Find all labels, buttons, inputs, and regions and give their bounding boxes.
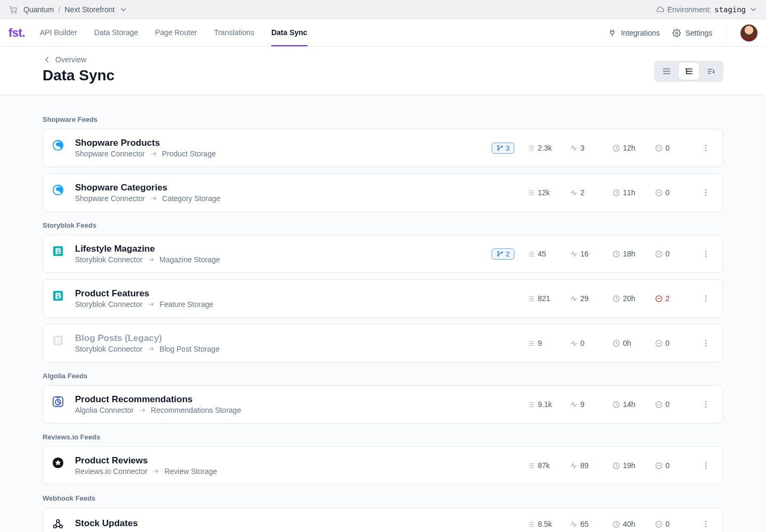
stat-age: 11h [612, 188, 642, 197]
stat-activity: 0 [570, 339, 600, 347]
reviewsio-icon [52, 456, 64, 469]
view-sort-button[interactable] [701, 63, 721, 80]
feed-title: Stock Updates [75, 518, 514, 529]
feed-route: Storyblok ConnectorBlog Post Storage [75, 345, 514, 353]
project-name: Next Storefront [64, 5, 114, 14]
branch-badge[interactable]: 2 [492, 248, 514, 260]
stat-records: 2.3k [527, 144, 557, 152]
stat-age: 20h [612, 294, 642, 303]
stat-errors: 0 [655, 188, 685, 197]
view-list-button[interactable] [656, 63, 677, 80]
group-title: Storyblok Feeds [43, 221, 723, 229]
feed-card[interactable]: Shopware ProductsShopware ConnectorProdu… [43, 129, 723, 167]
nav-settings[interactable]: Settings [672, 29, 712, 37]
stat-age: 19h [612, 461, 642, 470]
feed-card[interactable]: Lifestyle MagazineStoryblok ConnectorMag… [43, 235, 723, 273]
feed-title: Shopware Categories [75, 182, 514, 193]
stat-records: 45 [527, 250, 557, 258]
feed-route: Algolia ConnectorRecommendations Storage [75, 406, 514, 414]
env-label: Environment: [668, 5, 711, 14]
feed-route: Storyblok ConnectorFeature Storage [75, 300, 514, 309]
algolia-icon [52, 395, 64, 408]
feed-card[interactable]: Product RecommendationsAlgolia Connector… [43, 385, 723, 423]
feed-card[interactable]: Shopware CategoriesShopware ConnectorCat… [43, 173, 723, 212]
feed-title: Lifestyle Magazine [75, 244, 486, 254]
stat-activity: 2 [570, 188, 600, 197]
shopware-icon [52, 139, 64, 152]
more-button[interactable] [700, 458, 712, 473]
feed-card[interactable]: Product FeaturesStoryblok ConnectorFeatu… [43, 279, 723, 318]
feed-title: Product Recommendations [75, 394, 514, 405]
nav-tab-data-sync[interactable]: Data Sync [271, 19, 307, 46]
stat-errors: 2 [655, 294, 685, 303]
more-button[interactable] [700, 291, 712, 306]
project-breadcrumb[interactable]: Quantum / Next Storefront [23, 5, 128, 14]
stat-activity: 3 [570, 144, 600, 152]
stat-age: 0h [612, 339, 642, 347]
stat-age: 12h [612, 144, 642, 152]
stat-activity: 9 [570, 400, 600, 409]
breadcrumb-back[interactable]: Overview [43, 55, 114, 64]
stat-records: 9 [527, 339, 557, 347]
feed-route: Reviews.io ConnectorReview Storage [75, 467, 514, 476]
page-title: Data Sync [43, 67, 114, 84]
more-button[interactable] [700, 140, 712, 155]
feed-card[interactable]: Blog Posts (Legacy)Storyblok ConnectorBl… [43, 324, 723, 362]
more-button[interactable] [700, 397, 712, 412]
stat-errors: 0 [655, 520, 685, 528]
stat-activity: 65 [570, 520, 600, 528]
feed-title: Product Reviews [75, 455, 514, 466]
group-title: Algolia Feeds [43, 372, 723, 380]
stat-records: 821 [527, 294, 557, 303]
group-title: Webhook Feeds [43, 494, 723, 502]
gear-icon [672, 29, 681, 37]
more-button[interactable] [700, 185, 712, 200]
webhook-icon [52, 518, 64, 530]
environment-switcher[interactable]: Environment: staging [656, 5, 758, 14]
shopware-icon [52, 184, 64, 196]
stat-records: 12k [527, 188, 557, 197]
feed-route: Storyblok ConnectorMagazine Storage [75, 255, 486, 264]
stat-records: 87k [527, 461, 557, 470]
plug-icon [608, 29, 617, 37]
group-title: Reviews.io Feeds [43, 433, 723, 441]
stat-errors: 0 [655, 250, 685, 258]
cart-icon [9, 5, 18, 14]
more-button[interactable] [700, 517, 712, 531]
cloud-icon [656, 5, 664, 14]
feed-card[interactable]: Stock Updates8.5k6540h0 [43, 508, 723, 532]
nav-integrations[interactable]: Integrations [608, 29, 660, 37]
feed-route: Shopware ConnectorProduct Storage [75, 149, 486, 158]
group-title: Shopware Feeds [43, 115, 723, 123]
avatar[interactable] [740, 24, 757, 41]
stat-activity: 16 [570, 250, 600, 258]
stat-records: 9.1k [527, 400, 557, 409]
nav-tab-api-builder[interactable]: API Builder [40, 19, 77, 46]
more-button[interactable] [700, 336, 712, 351]
branch-badge[interactable]: 3 [492, 143, 514, 154]
stat-errors: 0 [655, 461, 685, 470]
nav-tab-page-router[interactable]: Page Router [155, 19, 197, 46]
storyblok-icon [52, 289, 64, 302]
view-tree-button[interactable] [679, 63, 699, 80]
nav-tab-data-storage[interactable]: Data Storage [94, 19, 138, 46]
feed-card[interactable]: Product ReviewsReviews.io ConnectorRevie… [43, 446, 723, 485]
view-toggle [654, 61, 723, 82]
stat-activity: 89 [570, 461, 600, 470]
stat-age: 14h [612, 400, 642, 409]
more-button[interactable] [700, 246, 712, 261]
feed-route: Shopware ConnectorCategory Storage [75, 194, 514, 203]
chevron-left-icon [43, 55, 51, 64]
stat-errors: 0 [655, 144, 685, 152]
storyblok-icon [52, 245, 64, 257]
feed-title: Product Features [75, 288, 514, 299]
stat-errors: 0 [655, 400, 685, 409]
storyblok-gray-icon [52, 334, 64, 347]
logo[interactable]: fst. [9, 26, 25, 40]
stat-age: 18h [612, 250, 642, 258]
stat-records: 8.5k [527, 520, 557, 528]
stat-activity: 29 [570, 294, 600, 303]
workspace-name: Quantum [23, 5, 54, 14]
chevron-down-icon [749, 5, 757, 14]
nav-tab-translations[interactable]: Translations [214, 19, 254, 46]
